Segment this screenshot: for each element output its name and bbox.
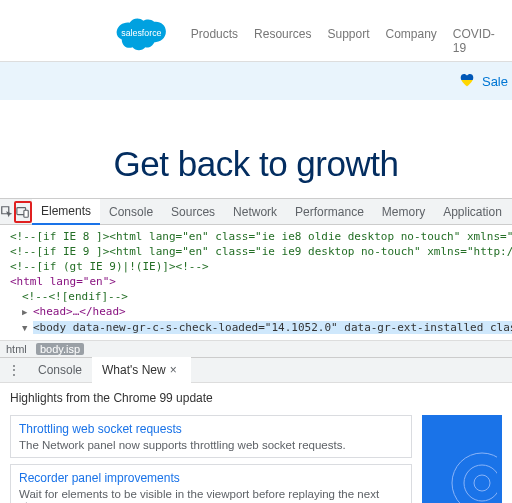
card-title: Throttling web socket requests — [19, 422, 403, 436]
drawer-tab-console[interactable]: Console — [28, 357, 92, 383]
site-header: salesforce Products Resources Support Co… — [0, 0, 512, 62]
code-line[interactable]: <!--[if IE 8 ]><html lang="en" class="ie… — [10, 230, 512, 243]
code-line[interactable]: <head>…</head> — [33, 305, 126, 318]
drawer-tab-label: What's New — [102, 363, 166, 377]
hero-section: Get back to growth — [0, 100, 512, 198]
card-title: Recorder panel improvements — [19, 471, 403, 485]
inspect-element-icon[interactable] — [0, 201, 14, 223]
nav-resources[interactable]: Resources — [254, 27, 311, 55]
code-line[interactable]: <!--[if IE 9 ]><html lang="en" class="ie… — [10, 245, 512, 258]
tab-performance[interactable]: Performance — [286, 199, 373, 225]
drawer-tab-whatsnew[interactable]: What's New × — [92, 357, 191, 383]
main-nav: Products Resources Support Company COVID… — [191, 27, 502, 61]
crumb-body[interactable]: body.isp — [36, 343, 84, 355]
crumb-html[interactable]: html — [6, 343, 27, 355]
svg-point-4 — [464, 465, 497, 501]
banner-text: Sale — [482, 74, 508, 89]
expand-icon[interactable]: ▶ — [22, 305, 30, 320]
drawer-tabbar: ⋮ Console What's New × — [0, 357, 512, 383]
highlights-list: Throttling web socket requests The Netwo… — [10, 415, 412, 503]
svg-point-3 — [452, 453, 497, 504]
code-line[interactable]: <html lang="en"> — [10, 275, 116, 288]
svg-text:salesforce: salesforce — [121, 28, 161, 38]
promo-graphic — [422, 415, 502, 503]
code-line[interactable]: <!--[if (gt IE 9)|!(IE)]><!--> — [10, 260, 209, 273]
card-desc: The Network panel now supports throttlin… — [19, 439, 403, 451]
tab-sources[interactable]: Sources — [162, 199, 224, 225]
highlight-card[interactable]: Recorder panel improvements Wait for ele… — [10, 464, 412, 503]
drawer-menu-icon[interactable]: ⋮ — [0, 363, 28, 377]
tab-application[interactable]: Application — [434, 199, 511, 225]
tab-network[interactable]: Network — [224, 199, 286, 225]
card-desc: Wait for elements to be visible in the v… — [19, 488, 403, 503]
svg-point-5 — [474, 475, 490, 491]
whats-new-headline: Highlights from the Chrome 99 update — [10, 391, 502, 405]
expand-icon[interactable]: ▼ — [22, 321, 30, 336]
tab-elements[interactable]: Elements — [32, 199, 100, 225]
ukraine-heart-icon — [458, 72, 476, 90]
nav-products[interactable]: Products — [191, 27, 238, 55]
toggle-device-toolbar-icon[interactable] — [14, 201, 32, 223]
hero-headline: Get back to growth — [0, 144, 512, 184]
tab-console[interactable]: Console — [100, 199, 162, 225]
dom-tree[interactable]: <!--[if IE 8 ]><html lang="en" class="ie… — [0, 225, 512, 340]
salesforce-logo[interactable]: salesforce — [110, 11, 173, 55]
whats-new-panel: Highlights from the Chrome 99 update Thr… — [0, 383, 512, 503]
highlight-card[interactable]: Throttling web socket requests The Netwo… — [10, 415, 412, 458]
nav-support[interactable]: Support — [327, 27, 369, 55]
svg-rect-2 — [24, 210, 28, 217]
nav-covid19[interactable]: COVID-19 — [453, 27, 502, 55]
tab-memory[interactable]: Memory — [373, 199, 434, 225]
announcement-banner[interactable]: Sale — [0, 62, 512, 100]
devtools-panel: Elements Console Sources Network Perform… — [0, 198, 512, 503]
close-icon[interactable]: × — [166, 363, 181, 377]
selected-node[interactable]: <body data-new-gr-c-s-check-loaded="14.1… — [33, 321, 512, 334]
breadcrumb: html body.isp — [0, 340, 512, 357]
code-line[interactable]: <!--<![endif]--> — [22, 290, 128, 303]
nav-company[interactable]: Company — [386, 27, 437, 55]
devtools-tabbar: Elements Console Sources Network Perform… — [0, 199, 512, 225]
